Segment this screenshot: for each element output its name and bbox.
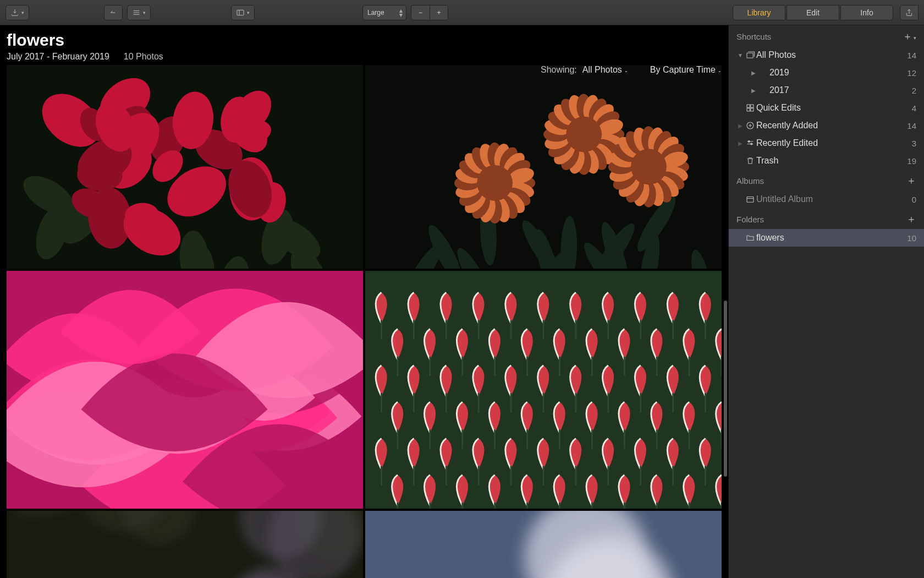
svg-rect-152: [689, 357, 690, 376]
svg-rect-166: [429, 429, 431, 449]
svg-rect-172: [624, 429, 625, 449]
svg-rect-133: [413, 320, 415, 339]
sidebar: Shortcuts ＋▾ ▼All Photos14▶201912▶20172Q…: [728, 25, 924, 578]
svg-rect-178: [446, 466, 447, 485]
svg-rect-136: [510, 320, 512, 339]
svg-rect-169: [526, 429, 528, 449]
import-button[interactable]: ▾: [6, 5, 29, 20]
svg-rect-170: [559, 429, 560, 449]
disclosure-triangle-icon[interactable]: ▼: [736, 52, 744, 58]
svg-point-221: [748, 141, 750, 143]
svg-rect-179: [478, 466, 480, 485]
svg-rect-156: [446, 393, 447, 412]
sort-dropdown[interactable]: By Capture Time ⌄: [650, 65, 722, 75]
svg-rect-187: [397, 503, 398, 509]
tab-library[interactable]: Library: [733, 5, 785, 20]
svg-rect-217: [751, 105, 754, 107]
add-shortcut-button[interactable]: ＋▾: [903, 30, 916, 43]
svg-rect-132: [381, 320, 382, 339]
svg-rect-194: [624, 503, 625, 509]
photo-stack-icon: [744, 50, 756, 60]
sidebar-item-count: 12: [907, 68, 916, 78]
photo-grid[interactable]: [0, 65, 728, 578]
sidebar-item-count: 10: [907, 233, 916, 243]
svg-rect-174: [689, 429, 690, 449]
plus-icon: +: [437, 9, 441, 17]
svg-rect-138: [575, 320, 576, 339]
thumbnail-size-label: Large: [367, 9, 384, 17]
svg-rect-160: [575, 393, 576, 412]
sidebar-item-recently-added[interactable]: ▶Recently Added14: [729, 117, 924, 134]
tab-edit[interactable]: Edit: [787, 5, 839, 20]
albums-label: Albums: [736, 176, 764, 186]
svg-rect-216: [747, 105, 750, 107]
sidebar-item-2017[interactable]: ▶20172: [729, 81, 924, 99]
chevron-down-icon: ▾: [247, 10, 250, 15]
svg-rect-195: [656, 503, 658, 509]
plus-circle-icon: [744, 121, 756, 130]
add-album-button[interactable]: ＋: [906, 174, 916, 187]
svg-rect-167: [461, 429, 463, 449]
svg-rect-139: [607, 320, 609, 339]
sidebar-item-all-photos[interactable]: ▼All Photos14: [729, 46, 924, 64]
svg-rect-145: [461, 357, 463, 376]
photo-thumbnail[interactable]: [365, 65, 722, 269]
sidebar-layout-icon: [236, 8, 245, 17]
svg-rect-215: [747, 53, 753, 58]
grid-icon: [744, 103, 756, 113]
svg-rect-218: [747, 108, 750, 111]
sidebar-item-untitled-album[interactable]: Untitled Album0: [729, 190, 924, 208]
chevron-down-icon: ▾: [143, 10, 146, 15]
tab-info[interactable]: Info: [840, 5, 893, 20]
sidebar-item-count: 0: [912, 195, 916, 204]
svg-rect-191: [526, 503, 528, 509]
photo-thumbnail[interactable]: [365, 511, 722, 578]
disclosure-triangle-icon[interactable]: ▶: [750, 70, 757, 76]
sidebar-item-trash[interactable]: Trash19: [729, 152, 924, 170]
sidebar-item-quick-edits[interactable]: Quick Edits4: [729, 99, 924, 117]
filter-row: Showing: All Photos ⌄ By Capture Time ⌄: [541, 65, 722, 75]
albums-header: Albums ＋: [729, 170, 924, 190]
svg-point-222: [751, 143, 752, 145]
stepper-icon: ▴▾: [399, 8, 403, 17]
sidebar-item-flowers[interactable]: flowers10: [729, 229, 924, 247]
add-folder-button[interactable]: ＋: [906, 212, 916, 226]
sidebar-item-label: Untitled Album: [756, 194, 912, 204]
svg-rect-223: [747, 197, 754, 203]
chevron-down-icon: ⌄: [624, 68, 628, 73]
thumbnail-size-select[interactable]: Large ▴▾: [362, 5, 406, 20]
zoom-out-button[interactable]: −: [411, 5, 430, 20]
svg-rect-0: [237, 10, 244, 15]
svg-rect-140: [640, 320, 641, 339]
sort-value: By Capture Time: [650, 65, 716, 75]
sidebar-item-2019[interactable]: ▶201912: [729, 64, 924, 81]
sliders-icon: [744, 138, 756, 148]
layout-toggle-button[interactable]: ▾: [231, 5, 255, 20]
disclosure-triangle-icon[interactable]: ▶: [736, 123, 744, 129]
minus-icon: −: [419, 9, 422, 17]
photo-thumbnail[interactable]: [7, 271, 363, 509]
photo-thumbnail[interactable]: [7, 65, 363, 269]
svg-rect-173: [656, 429, 658, 449]
share-button[interactable]: [900, 5, 919, 20]
svg-point-79: [477, 165, 513, 201]
svg-rect-197: [721, 503, 722, 509]
sidebar-item-label: Quick Edits: [756, 103, 912, 113]
svg-rect-184: [640, 466, 641, 485]
svg-rect-177: [413, 466, 415, 485]
list-icon: [132, 8, 141, 17]
photo-thumbnail[interactable]: [7, 511, 363, 578]
photo-thumbnail[interactable]: [365, 271, 722, 509]
sidebar-item-label: flowers: [756, 233, 907, 243]
sidebar-item-count: 4: [912, 103, 916, 113]
svg-point-104: [566, 117, 602, 152]
list-view-button[interactable]: ▾: [127, 5, 151, 20]
filter-dropdown[interactable]: Showing: All Photos ⌄: [541, 65, 628, 75]
scrollbar-thumb[interactable]: [724, 301, 727, 477]
disclosure-triangle-icon[interactable]: ▶: [736, 140, 744, 146]
zoom-in-button[interactable]: +: [430, 5, 448, 20]
disclosure-triangle-icon[interactable]: ▶: [750, 88, 757, 94]
toolbar: ▾ ▾ ▾ Large ▴▾ − + Library Edit Info: [0, 0, 924, 25]
sidebar-item-recently-edited[interactable]: ▶Recently Edited3: [729, 134, 924, 152]
up-level-button[interactable]: [104, 5, 123, 20]
